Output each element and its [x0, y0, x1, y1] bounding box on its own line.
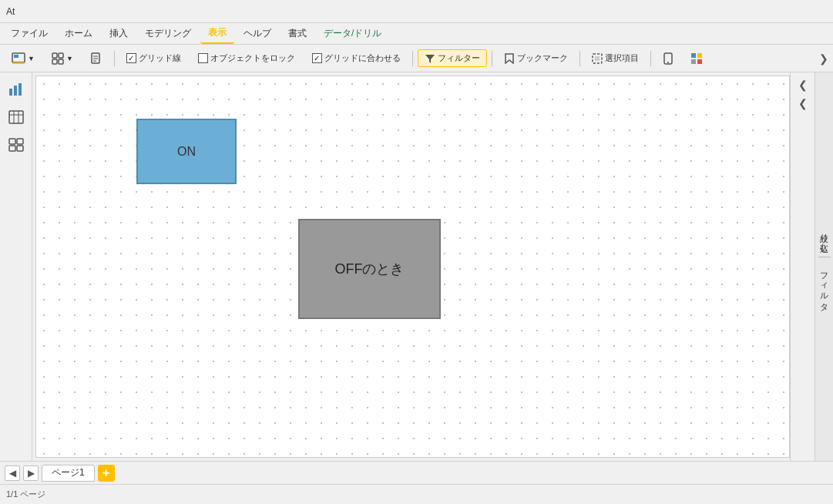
svg-rect-3	[52, 53, 57, 58]
svg-rect-23	[18, 83, 22, 96]
left-sidebar	[0, 72, 32, 461]
svg-rect-21	[9, 89, 12, 96]
page-next-button[interactable]: ▶	[23, 465, 39, 481]
svg-marker-12	[506, 54, 513, 63]
svg-marker-11	[425, 55, 435, 63]
svg-rect-28	[9, 139, 15, 144]
gridlines-checkbox: ✓	[126, 53, 136, 63]
status-text: 1/1 ページ	[6, 489, 45, 500]
toolbar-scroll-right[interactable]: ❯	[819, 52, 828, 65]
lock-objects-label: オブジェクトをロック	[210, 52, 295, 64]
canvas-area[interactable]: ON OFFのとき	[35, 76, 790, 458]
toolbar: ▼ ▼ ✓ グリッド線 オブジェクトをロック ✓ グリッドに合わせる	[0, 45, 833, 72]
gridlines-label: グリッド線	[139, 52, 181, 64]
page-tab-1[interactable]: ページ1	[42, 465, 95, 482]
menu-help[interactable]: ヘルプ	[236, 24, 279, 43]
svg-rect-29	[17, 139, 23, 144]
bookmark-label: ブックマーク	[517, 52, 568, 64]
mobile-icon	[663, 52, 673, 65]
separator-3	[492, 51, 492, 66]
main-area: ON OFFのとき ❮ ❮ 絞り込む フィルタ	[0, 72, 833, 461]
sidebar-matrix-icon[interactable]	[5, 134, 27, 156]
svg-rect-5	[52, 59, 57, 64]
shape-off[interactable]: OFFのとき	[298, 219, 441, 319]
svg-rect-6	[59, 59, 63, 64]
page-view-icon	[12, 52, 25, 65]
menu-modeling[interactable]: モデリング	[137, 24, 199, 43]
shape-off-label: OFFのとき	[335, 260, 405, 278]
bookmark-button[interactable]: ブックマーク	[497, 49, 575, 67]
shape-on[interactable]: ON	[136, 119, 237, 184]
menu-data-drill[interactable]: データ/ドリル	[316, 24, 389, 43]
layout-button[interactable]: ▼	[45, 49, 80, 68]
sidebar-chart-icon[interactable]	[5, 79, 27, 100]
menu-format[interactable]: 書式	[280, 24, 314, 43]
layout-dropdown-arrow: ▼	[66, 55, 73, 62]
theme-icon	[690, 52, 703, 65]
separator-1	[114, 51, 115, 66]
lock-objects-checkbox	[198, 53, 208, 63]
gridlines-toggle[interactable]: ✓ グリッド線	[119, 49, 188, 67]
panel-divider	[818, 257, 831, 257]
menu-insert[interactable]: 挿入	[102, 24, 136, 43]
svg-rect-24	[9, 111, 23, 123]
svg-rect-17	[691, 53, 696, 58]
selection-label: 選択項目	[605, 52, 639, 64]
title-bar: At	[0, 0, 833, 23]
snap-to-grid-checkbox: ✓	[312, 53, 322, 63]
svg-rect-4	[59, 53, 63, 58]
collapse-left-icon: ❮	[798, 79, 808, 91]
page-icon-button[interactable]	[83, 49, 109, 68]
page-tab-1-label: ページ1	[52, 466, 85, 479]
lock-objects-toggle[interactable]: オブジェクトをロック	[191, 49, 302, 67]
page-add-icon: +	[102, 466, 109, 480]
separator-2	[412, 51, 413, 66]
filter-label: フィルター	[438, 52, 480, 64]
right-panel: ❮ ❮	[790, 72, 815, 461]
svg-rect-31	[17, 146, 23, 151]
menu-file[interactable]: ファイル	[3, 24, 55, 43]
svg-rect-1	[14, 55, 18, 58]
snap-to-grid-label: グリッドに合わせる	[324, 52, 401, 64]
page-next-icon: ▶	[28, 468, 35, 479]
snap-to-grid-toggle[interactable]: ✓ グリッドに合わせる	[305, 49, 408, 67]
svg-rect-19	[691, 59, 696, 64]
collapse-right-button[interactable]: ❮	[794, 94, 812, 113]
menu-bar: ファイル ホーム 挿入 モデリング 表示 ヘルプ 書式 データ/ドリル	[0, 23, 833, 45]
mobile-button[interactable]	[656, 49, 680, 68]
menu-view[interactable]: 表示	[200, 23, 234, 44]
selection-button[interactable]: 選択項目	[585, 49, 646, 67]
theme-button[interactable]	[684, 49, 710, 68]
separator-4	[579, 51, 580, 66]
page-add-button[interactable]: +	[98, 465, 115, 482]
layout-icon	[52, 52, 64, 65]
page-prev-button[interactable]: ◀	[5, 465, 20, 481]
bookmark-icon	[504, 53, 515, 64]
menu-home[interactable]: ホーム	[57, 24, 100, 43]
svg-rect-14	[595, 56, 600, 61]
filter-icon	[425, 53, 435, 64]
page-view-button[interactable]: ▼	[5, 49, 42, 68]
svg-point-16	[667, 62, 669, 63]
svg-rect-20	[697, 59, 702, 64]
collapse-left-button[interactable]: ❮	[794, 76, 812, 94]
page-icon	[90, 52, 102, 65]
shape-on-label: ON	[177, 145, 196, 159]
page-prev-icon: ◀	[9, 468, 16, 479]
selection-icon	[592, 53, 603, 64]
far-right-panel: 絞り込む フィルタ	[815, 72, 833, 461]
narrow-filter-label[interactable]: 絞り込む	[817, 224, 831, 250]
svg-rect-30	[9, 146, 15, 151]
sidebar-table-icon[interactable]	[5, 106, 27, 128]
collapse-right-icon: ❮	[798, 97, 808, 109]
svg-rect-18	[697, 53, 702, 58]
status-bar: 1/1 ページ	[0, 484, 833, 504]
page-bar: ◀ ▶ ページ1 +	[0, 461, 833, 484]
title-text: At	[6, 6, 15, 17]
separator-5	[650, 51, 651, 66]
filter-button[interactable]: フィルター	[418, 49, 487, 67]
dropdown-arrow: ▼	[28, 55, 35, 62]
svg-rect-22	[14, 86, 17, 96]
filter-panel-label[interactable]: フィルタ	[817, 264, 831, 310]
